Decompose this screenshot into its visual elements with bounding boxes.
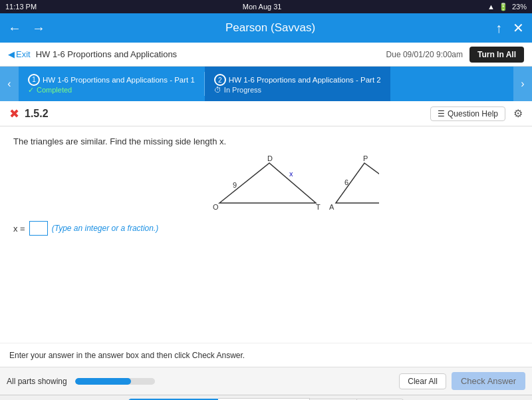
triangles-svg: O D T 9 x A P N 6 5s [193,153,379,213]
question-header: ✖ 1.5.2 ☰ Question Help ⚙ [0,101,532,126]
list-icon: ☰ [438,109,445,118]
svg-text:O: O [213,203,219,211]
turn-in-button[interactable]: Turn In All [469,47,524,63]
exit-button[interactable]: ◀ Exit [8,49,31,59]
status-bar: 11:13 PM Mon Aug 31 ▲ 🔋 23% [0,0,532,13]
problem-text: The triangles are similar. Find the miss… [13,136,519,148]
battery-icon: 🔋 [499,3,508,11]
assignment-bar: ◀ Exit HW 1-6 Proportions and Applicatio… [0,43,532,67]
part1-title: HW 1-6 Proportions and Applications - Pa… [43,76,195,84]
svg-text:A: A [329,203,334,211]
clock-icon: ⏱ [214,86,221,94]
answer-row: x = (Type an integer or a fraction.) [13,221,519,236]
parts-next-button[interactable]: › [513,67,532,101]
part2-status: In Progress [224,86,261,94]
answer-input[interactable] [29,221,48,236]
incorrect-icon: ✖ [9,106,19,121]
svg-text:P: P [363,154,368,162]
forward-nav-button[interactable]: → [32,21,45,35]
main-content: The triangles are similar. Find the miss… [0,126,532,343]
svg-marker-6 [336,163,379,203]
share-button[interactable]: ↑ [495,21,502,35]
settings-icon[interactable]: ⚙ [513,107,523,120]
part2-title: HW 1-6 Proportions and Applications - Pa… [229,76,381,84]
bottom-action-bar: All parts showing Clear All Check Answer [0,367,532,395]
bottom-instruction: Enter your answer in the answer box and … [0,343,532,367]
svg-text:9: 9 [233,181,237,189]
parts-prev-button[interactable]: ‹ [0,67,19,101]
check-icon: ✓ [28,86,34,95]
part1-status: Completed [37,86,72,94]
part-tab-2[interactable]: 2 HW 1-6 Proportions and Applications - … [205,67,390,101]
app-title: Pearson (Savvas) [225,21,315,35]
svg-text:6: 6 [344,178,348,186]
parts-tabs: ‹ 1 HW 1-6 Proportions and Applications … [0,67,532,101]
svg-text:T: T [316,203,321,211]
check-answer-button[interactable]: Check Answer [452,372,525,390]
battery-percent: 23% [512,3,527,11]
status-date: Mon Aug 31 [243,3,282,11]
question-help-button[interactable]: ☰ Question Help [430,106,505,121]
assignment-title: HW 1-6 Proportions and Applications [36,49,177,59]
answer-hint: (Type an integer or a fraction.) [52,224,159,233]
status-time: 11:13 PM [5,3,37,11]
part-tab-1[interactable]: 1 HW 1-6 Proportions and Applications - … [19,67,204,101]
clear-all-button[interactable]: Clear All [399,373,446,389]
parts-showing-label: All parts showing [7,377,67,386]
bottom-nav-bar: Review progress Question of 3 › ◀ ◀ Back… [0,395,532,400]
answer-prefix: x = [13,224,25,234]
question-number: 1.5.2 [25,108,49,120]
triangle-diagram: O D T 9 x A P N 6 5s [53,153,519,213]
progress-bar-fill [75,378,131,385]
close-button[interactable]: ✕ [513,21,524,35]
svg-text:x: x [289,170,293,178]
progress-bar-container [75,378,155,385]
due-date: Due 09/01/20 9:00am [386,50,463,59]
wifi-icon: ▲ [487,3,495,11]
top-nav: ← → Pearson (Savvas) ↑ ✕ [0,13,532,43]
question-nav: Question of 3 › [218,398,310,401]
svg-text:D: D [267,154,273,162]
back-nav-button[interactable]: ← [8,21,21,35]
